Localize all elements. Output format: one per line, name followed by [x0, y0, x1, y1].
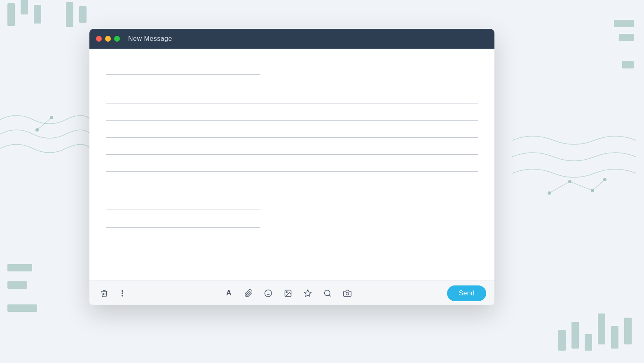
svg-line-6: [570, 182, 592, 191]
svg-point-5: [568, 180, 571, 183]
compose-body: [89, 49, 494, 280]
svg-line-1: [37, 118, 52, 130]
send-button[interactable]: Send: [447, 285, 486, 301]
title-bar: New Message: [89, 29, 494, 49]
camera-button[interactable]: [341, 287, 354, 300]
toolbar-left: [98, 287, 129, 300]
sig-line-1[interactable]: [106, 196, 260, 210]
star-button[interactable]: [301, 287, 314, 300]
svg-point-7: [591, 189, 594, 192]
sig-line-2[interactable]: [106, 214, 260, 228]
svg-point-13: [265, 290, 272, 297]
image-button[interactable]: [281, 287, 295, 300]
minimize-button[interactable]: [105, 36, 111, 42]
svg-point-9: [603, 178, 607, 181]
body-line-3[interactable]: [106, 121, 478, 138]
svg-point-10: [122, 290, 123, 291]
attach-button[interactable]: [242, 287, 255, 300]
body-lines: [106, 87, 478, 172]
svg-point-11: [122, 292, 123, 294]
font-button[interactable]: A: [222, 287, 235, 300]
toolbar: A: [89, 280, 494, 305]
body-line-5[interactable]: [106, 155, 478, 172]
svg-marker-18: [304, 290, 311, 296]
search-button[interactable]: [321, 287, 334, 300]
svg-point-2: [35, 128, 39, 132]
toolbar-right: Send: [447, 285, 486, 301]
body-line-2[interactable]: [106, 104, 478, 121]
to-field[interactable]: [106, 61, 260, 75]
svg-line-20: [329, 295, 331, 296]
body-line-4[interactable]: [106, 138, 478, 155]
close-button[interactable]: [96, 36, 102, 42]
emoji-button[interactable]: [262, 287, 275, 300]
compose-window: New Message: [89, 29, 494, 305]
svg-point-0: [50, 116, 53, 119]
window-title: New Message: [128, 35, 172, 42]
svg-line-8: [592, 179, 605, 191]
more-options-button[interactable]: [116, 287, 129, 300]
svg-point-21: [346, 292, 349, 295]
body-line-1[interactable]: [106, 87, 478, 104]
svg-point-17: [286, 291, 288, 292]
svg-point-3: [548, 191, 551, 195]
maximize-button[interactable]: [114, 36, 120, 42]
svg-line-4: [549, 182, 570, 193]
svg-point-19: [325, 290, 330, 295]
svg-point-12: [122, 295, 123, 296]
toolbar-center: A: [129, 287, 447, 300]
window-controls: [96, 36, 120, 42]
delete-button[interactable]: [98, 287, 111, 300]
